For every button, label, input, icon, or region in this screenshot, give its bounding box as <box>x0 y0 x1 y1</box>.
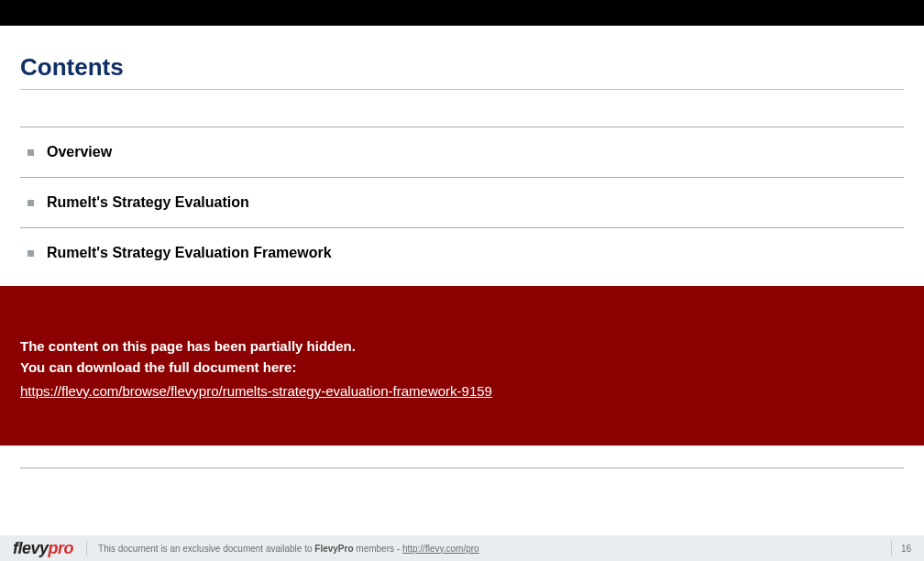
page-number: 16 <box>901 544 911 554</box>
toc-item-label: Rumelt's Strategy Evaluation Framework <box>47 245 332 261</box>
page-number-area: 16 <box>891 535 911 561</box>
footer-link[interactable]: http://flevy.com/pro <box>402 544 479 554</box>
logo-text-pro: pro <box>49 539 74 558</box>
page-title: Contents <box>20 53 904 82</box>
hidden-notice-line1: The content on this page has been partia… <box>20 336 904 358</box>
download-link[interactable]: https://flevy.com/browse/flevypro/rumelt… <box>20 383 492 399</box>
logo-text-flevy: flevy <box>13 539 49 558</box>
square-bullet-icon <box>28 200 34 206</box>
title-divider <box>20 89 904 90</box>
hidden-content-banner: The content on this page has been partia… <box>0 286 924 446</box>
page-number-separator <box>891 541 892 556</box>
footer-text-before: This document is an exclusive document a… <box>98 544 314 554</box>
footer-bar: flevypro This document is an exclusive d… <box>0 535 924 561</box>
toc-item-label: Overview <box>47 144 112 160</box>
toc-item-label: Rumelt's Strategy Evaluation <box>47 194 249 211</box>
footer-separator <box>86 541 87 556</box>
footer-brand: FlevyPro <box>314 544 353 554</box>
content-area: Contents Overview Rumelt's Strategy Eval… <box>0 26 924 278</box>
toc-item: Overview <box>20 127 904 177</box>
bottom-divider <box>20 468 904 468</box>
footer-text-after: members - <box>354 544 402 554</box>
square-bullet-icon <box>28 149 34 156</box>
top-black-bar <box>0 0 924 26</box>
hidden-notice-line2: You can download the full document here: <box>20 358 904 379</box>
flevypro-logo: flevypro <box>13 539 73 558</box>
slide-page: Contents Overview Rumelt's Strategy Eval… <box>0 0 924 561</box>
square-bullet-icon <box>28 250 34 257</box>
toc-item: Rumelt's Strategy Evaluation <box>20 178 904 227</box>
toc-item: Rumelt's Strategy Evaluation Framework <box>20 228 904 278</box>
footer-text: This document is an exclusive document a… <box>98 544 479 554</box>
